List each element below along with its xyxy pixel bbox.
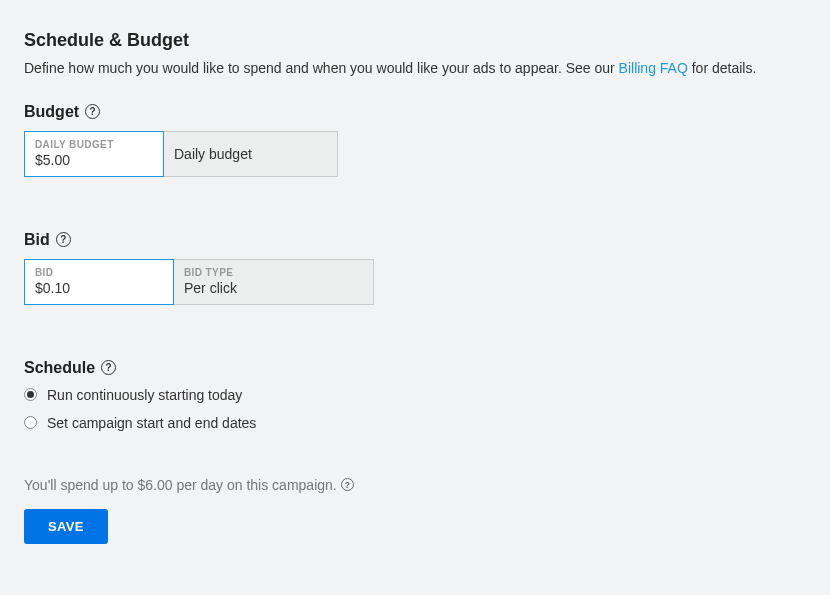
page-subtitle: Define how much you would like to spend … <box>24 59 806 79</box>
daily-budget-label: DAILY BUDGET <box>35 139 153 150</box>
radio-icon <box>24 416 37 429</box>
bid-label: BID <box>35 267 163 278</box>
bid-input[interactable]: BID $0.10 <box>24 259 174 305</box>
bid-type-value: Per click <box>184 280 363 296</box>
daily-budget-input[interactable]: DAILY BUDGET $5.00 <box>24 131 164 177</box>
bid-type-select[interactable]: BID TYPE Per click <box>174 259 374 305</box>
schedule-heading: Schedule <box>24 359 95 377</box>
help-icon[interactable]: ? <box>101 360 116 375</box>
bid-type-label: BID TYPE <box>184 267 363 278</box>
bid-value: $0.10 <box>35 280 163 296</box>
subtitle-post: for details. <box>688 60 756 76</box>
schedule-option-label: Run continuously starting today <box>47 387 242 403</box>
help-icon[interactable]: ? <box>341 478 354 491</box>
budget-type-select[interactable]: Daily budget <box>164 131 338 177</box>
daily-budget-value: $5.00 <box>35 152 153 168</box>
subtitle-pre: Define how much you would like to spend … <box>24 60 619 76</box>
bid-heading: Bid <box>24 231 50 249</box>
page-title: Schedule & Budget <box>24 30 806 51</box>
help-icon[interactable]: ? <box>85 104 100 119</box>
spend-summary-text: You'll spend up to $6.00 per day on this… <box>24 477 337 493</box>
budget-type-value: Daily budget <box>174 146 327 162</box>
billing-faq-link[interactable]: Billing FAQ <box>619 60 688 76</box>
schedule-option-continuous[interactable]: Run continuously starting today <box>24 387 806 403</box>
help-icon[interactable]: ? <box>56 232 71 247</box>
budget-row: DAILY BUDGET $5.00 Daily budget <box>24 131 806 177</box>
save-button[interactable]: SAVE <box>24 509 108 544</box>
schedule-options: Run continuously starting today Set camp… <box>24 387 806 431</box>
radio-icon <box>24 388 37 401</box>
budget-heading: Budget <box>24 103 79 121</box>
bid-row: BID $0.10 BID TYPE Per click <box>24 259 806 305</box>
schedule-option-label: Set campaign start and end dates <box>47 415 256 431</box>
spend-summary: You'll spend up to $6.00 per day on this… <box>24 477 806 493</box>
schedule-option-set-dates[interactable]: Set campaign start and end dates <box>24 415 806 431</box>
